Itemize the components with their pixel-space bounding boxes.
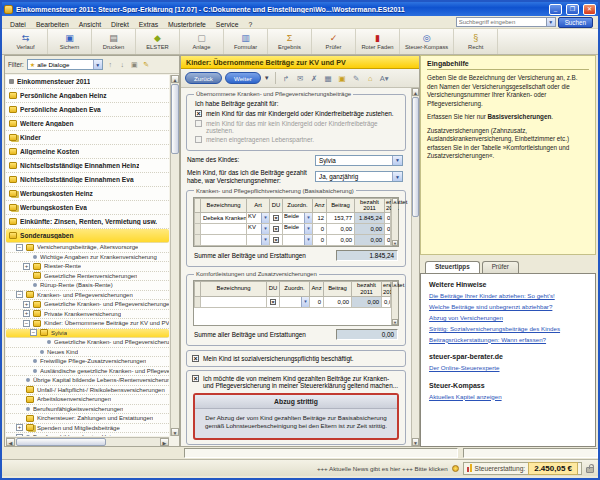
toolbar-button-anlage[interactable]: ▢Anlage [180,29,224,54]
claim-checkbox-row[interactable]: Ich möchte die von meinem Kind gezahlten… [192,375,400,389]
calculator-icon[interactable]: ▦ [323,74,334,83]
bezeichnung-cell[interactable] [201,296,267,307]
close-button[interactable]: ✕ [583,4,596,15]
back-button[interactable]: Zurück [185,72,222,84]
chevron-down-icon[interactable]: ▼ [304,213,312,223]
tree-item-versicherungsbeitr-ge-altersvorsorge[interactable]: −Versicherungsbeiträge, Altersvorsorge [6,243,169,253]
checkbox[interactable] [195,120,202,127]
collapse-icon[interactable]: − [16,244,23,251]
scroll-left-icon[interactable]: ◀ [6,438,15,446]
tree-item-riester-rente[interactable]: +Riester-Rente [6,262,169,272]
checkbox-row-kein-kindergeld[interactable]: mein Kind für das mir kein Kindergeld od… [195,120,397,134]
tree-item-werbungskosten-heinz[interactable]: Werbungskosten Heinz [6,187,169,201]
scroll-right-icon[interactable]: ▶ [160,438,169,446]
table-scrollbar[interactable]: ▲▼ [391,198,398,247]
toolbar-button-pr-fer[interactable]: ✓Prüfer [312,29,356,54]
toolbar-button-roter-faden[interactable]: ▮Roter Faden [356,29,400,54]
bezeichnung-cell[interactable] [201,235,247,246]
erstattet-cell[interactable]: 0,00 [382,296,391,307]
checkbox[interactable] [192,355,199,362]
copy-icon[interactable]: ▣ [337,74,348,83]
toolbar-button-recht[interactable]: §Recht [454,29,498,54]
checkbox[interactable] [195,110,202,117]
menu-item-direkt[interactable]: Direkt [106,21,134,28]
scroll-down-icon[interactable]: ▼ [412,438,419,446]
mail-icon[interactable]: ✉ [295,74,306,83]
beitrag-cell[interactable]: 153,77 [327,213,355,224]
nav-dropdown-icon[interactable]: ▼ [264,75,270,81]
toolbar-button-sichern[interactable]: ▣Sichern [48,29,92,54]
tree-item-nichtselbstst-ndige-einnahmen-heinz[interactable]: Nichtselbstständige Einnahmen Heinz [6,159,169,173]
menu-item-service[interactable]: Service [211,21,244,28]
erstattet-cell[interactable]: 0,00 [385,224,391,235]
edit-icon[interactable]: ✎ [351,74,362,83]
du-cell[interactable] [270,224,283,235]
tree-item-eink-nfte-zinsen-renten-vermietung-usw[interactable]: Einkünfte: Zinsen, Renten, Vermietung us… [6,215,169,229]
anzahl-cell[interactable]: 12 [313,213,327,224]
menu-item-bearbeiten[interactable]: Bearbeiten [31,21,74,28]
maximize-button[interactable]: ❐ [566,4,579,15]
tree-item-kranken-und-pflegeversicherungen[interactable]: −Kranken- und Pflegeversicherungen [6,291,169,301]
du-cell[interactable] [270,235,283,246]
tree-item-einkommensteuer-2011[interactable]: Einkommensteuer 2011 [6,75,169,89]
form-vertical-scrollbar[interactable]: ▲ ▼ [411,88,419,446]
anzahl-cell[interactable]: 0 [313,224,327,235]
next-button[interactable]: Weiter [225,72,261,84]
checkbox[interactable] [195,136,202,143]
sidebar-horizontal-scrollbar[interactable]: ◀ ▶ [6,437,169,446]
tree-item-sonderausgaben[interactable]: Sonderausgaben [6,229,169,243]
tree-item-werbungskosten-eva[interactable]: Werbungskosten Eva [6,201,169,215]
tree-item-kinder-bernommene-beitr-ge-zur-kv-und-pv[interactable]: −Kinder: Übernommene Beiträge zur KV und… [6,319,169,329]
beitrag-cell[interactable]: 0,00 [324,296,352,307]
tree-item-freiwillige-pflege-zusatzversicherungen[interactable]: Freiwillige Pflege-Zusatzversicherungen [6,357,169,367]
child-name-select[interactable]: Sylvia ▼ [315,155,403,166]
expand-icon[interactable]: + [16,424,23,431]
search-input[interactable] [457,19,546,25]
tree-item-gesetzliche-kranken-und-pflegeversicherung[interactable]: +Gesetzliche Kranken- und Pflegeversiche… [6,300,169,310]
tree-item-pers-nliche-angaben-heinz[interactable]: Persönliche Angaben Heinz [6,89,169,103]
bezeichnung-cell[interactable]: Debeka Kranken [201,213,247,224]
collapse-icon[interactable]: − [30,329,37,336]
tree-item-nichtselbstst-ndige-einnahmen-eva[interactable]: Nichtselbstständige Einnahmen Eva [6,173,169,187]
chevron-down-icon[interactable]: ▼ [93,60,102,69]
tree-item-allgemeine-kosten[interactable]: Allgemeine Kosten [6,145,169,159]
arrow-up-icon[interactable]: ↑ [106,61,115,68]
collapse-icon[interactable]: − [16,291,23,298]
toolbar-button-drucken[interactable]: ▤Drucken [92,29,136,54]
checkbox[interactable] [273,226,279,232]
table-scrollbar[interactable]: ▲▼ [391,281,398,325]
chevron-down-icon[interactable]: ▼ [304,224,312,234]
checkbox-row-lebenspartner[interactable]: meinen eingetragenen Lebenspartner. [195,136,397,143]
anzahl-cell[interactable]: 0 [310,296,324,307]
berater-link[interactable]: Der Online-Steuerexperte [429,364,587,371]
scrollbar-thumb[interactable] [412,97,419,217]
hint-link-beitragsr-ckerstattungen-wann-erfassen[interactable]: Beitragsrückerstattungen: Wann erfassen? [429,336,587,343]
tree-item-gesetzliche-kranken-und-pflegeversicherung[interactable]: Gesetzliche Kranken- und Pflegeversicher… [6,338,169,348]
tree-item-sylvia[interactable]: −Sylvia [6,329,169,339]
anzahl-cell[interactable]: 0 [313,235,327,246]
bezeichnung-cell[interactable] [201,224,247,235]
tree-item-berufsunf-higkeitsversicherungen[interactable]: Berufsunfähigkeitsversicherungen [6,405,169,415]
scroll-up-icon[interactable]: ▲ [392,198,398,204]
art-select[interactable]: KV▼ [247,213,270,224]
scroll-down-icon[interactable]: ▼ [392,240,398,246]
home-icon[interactable]: ⌂ [365,74,376,83]
collapse-icon[interactable]: − [23,320,30,327]
erstattet-cell[interactable]: 0,00 [385,213,391,224]
zuordnung-select[interactable]: ▼ [283,235,313,246]
menu-item-extras[interactable]: Extras [134,21,163,28]
erstattet-cell[interactable]: 0,00 [385,235,391,246]
chevron-down-icon[interactable]: ▼ [301,297,309,307]
chevron-down-icon[interactable]: ▼ [304,235,312,245]
expand-icon[interactable]: + [23,263,30,270]
chevron-down-icon[interactable]: ▼ [261,235,269,245]
tree-item-r-rup-rente-basis-rente[interactable]: Rürup-Rente (Basis-Rente) [6,281,169,291]
hint-link-die-beitr-ge-ihrer-kinder-abziehen-so-geht[interactable]: Die Beiträge Ihrer Kinder abziehen: So g… [429,292,587,299]
scrollbar-thumb[interactable] [171,84,179,154]
news-bell-icon[interactable] [452,465,459,472]
chevron-down-icon[interactable]: ▼ [392,156,402,165]
hint-link-welche-beitr-ge-sind-unbegrenzt-abziehbar[interactable]: Welche Beiträge sind unbegrenzt abziehba… [429,303,587,310]
zuordnung-select[interactable]: ▼ [280,296,310,307]
jump-icon[interactable]: ↱ [281,74,292,83]
beitrag-cell[interactable]: 0,00 [327,235,355,246]
